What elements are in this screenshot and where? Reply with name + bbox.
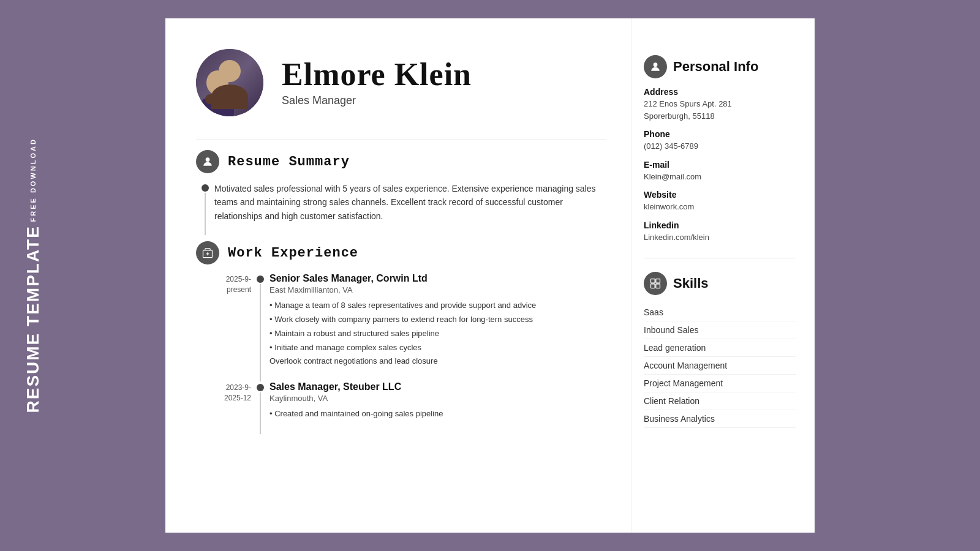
svg-point-3 — [206, 157, 210, 162]
avatar-svg — [196, 67, 239, 116]
side-label: FREE DOWNLOAD RESUME TEMPLATE — [24, 138, 42, 413]
job-1-dot — [257, 276, 264, 283]
job-1-dot-col — [251, 273, 270, 381]
website-value: kleinwork.com — [644, 201, 796, 213]
skill-project-management: Project Management — [644, 375, 796, 392]
phone-label: Phone — [644, 129, 796, 139]
person-title: Sales Manager — [282, 94, 472, 107]
summary-title: Resume Summary — [228, 154, 350, 170]
svg-point-0 — [206, 70, 228, 95]
job-2-location: Kaylinmouth, VA — [270, 394, 606, 403]
job-1-bullet-5: Overlook contract negotiations and lead … — [270, 355, 606, 368]
person-icon — [202, 156, 214, 168]
skill-account-management: Account Management — [644, 357, 796, 375]
skill-client-relation: Client Relation — [644, 392, 796, 410]
svg-rect-10 — [651, 284, 655, 288]
svg-rect-2 — [205, 94, 230, 104]
summary-dot — [202, 184, 209, 192]
work-section-header: Work Experience — [196, 241, 606, 264]
resume-template-label: RESUME TEMPLATE — [24, 226, 42, 413]
avatar — [196, 49, 263, 116]
job-2-date-end: 2025-12 — [224, 394, 251, 402]
svg-point-7 — [654, 62, 658, 67]
address-field: Address 212 Enos Spurs Apt. 281Sporerbur… — [644, 87, 796, 122]
job-1-date-end: present — [227, 285, 251, 294]
work-title: Work Experience — [228, 246, 358, 261]
skill-saas: Saas — [644, 304, 796, 321]
svg-rect-9 — [656, 279, 660, 283]
job-2-dot-col — [251, 381, 270, 434]
email-field: E-mail Klein@mail.com — [644, 160, 796, 183]
job-2-bullet-1: • Created and maintained on-going sales … — [270, 408, 606, 421]
background: FREE DOWNLOAD RESUME TEMPLATE — [0, 0, 980, 551]
job-2-line — [260, 392, 261, 434]
skills-icon — [644, 272, 667, 295]
header-section: Elmore Klein Sales Manager — [196, 49, 606, 116]
job-1-location: East Maximillianton, VA — [270, 285, 606, 294]
job-1-bullet-1: • Manage a team of 8 sales representativ… — [270, 299, 606, 312]
summary-dot-col — [196, 182, 214, 235]
job-1: 2025-9- present Senior Sales Manager, Co… — [196, 273, 606, 381]
job-2-date-start: 2023-9- — [226, 383, 251, 392]
work-icon — [196, 241, 219, 264]
summary-text: Motivated sales professional with 5 year… — [214, 182, 606, 223]
job-2: 2023-9- 2025-12 Sales Manager, Steuber L… — [196, 381, 606, 434]
address-value: 212 Enos Spurs Apt. 281Sporerburgh, 5511… — [644, 98, 796, 122]
job-1-details: Senior Sales Manager, Corwin Ltd East Ma… — [270, 273, 606, 381]
summary-icon — [196, 150, 219, 173]
summary-entry-col: Motivated sales professional with 5 year… — [214, 182, 606, 235]
linkedin-label: Linkedin — [644, 220, 796, 230]
svg-rect-11 — [656, 284, 660, 288]
linkedin-field: Linkedin Linkedin.com/klein — [644, 220, 796, 244]
skills-header: Skills — [644, 272, 796, 295]
divider-1 — [196, 140, 606, 140]
header-text: Elmore Klein Sales Manager — [282, 59, 472, 107]
email-value: Klein@mail.com — [644, 171, 796, 183]
job-1-bullet-4: • Initiate and manage complex sales cycl… — [270, 342, 606, 354]
website-label: Website — [644, 190, 796, 200]
summary-section-header: Resume Summary — [196, 150, 606, 173]
summary-wrapper: Motivated sales professional with 5 year… — [196, 182, 606, 235]
grid-icon — [649, 277, 662, 290]
right-sidebar: Personal Info Address 212 Enos Spurs Apt… — [631, 18, 815, 533]
skill-lead-generation: Lead generation — [644, 339, 796, 357]
building-icon — [202, 247, 214, 259]
job-1-bullet-3: • Maintain a robust and structured sales… — [270, 328, 606, 340]
main-content: Elmore Klein Sales Manager Resume Summar… — [165, 18, 631, 533]
email-label: E-mail — [644, 160, 796, 170]
person-sidebar-icon — [649, 61, 662, 73]
summary-line — [205, 193, 206, 235]
address-label: Address — [644, 87, 796, 97]
avatar-placeholder — [196, 49, 263, 116]
svg-rect-8 — [651, 279, 655, 283]
phone-field: Phone (012) 345-6789 — [644, 129, 796, 152]
phone-value: (012) 345-6789 — [644, 140, 796, 152]
job-1-bullet-2: • Work closely with company parners to e… — [270, 313, 606, 326]
personal-info-icon — [644, 55, 667, 78]
resume-card: Elmore Klein Sales Manager Resume Summar… — [165, 18, 815, 533]
job-2-dot — [257, 384, 264, 391]
job-2-title: Sales Manager, Steuber LLC — [270, 381, 606, 392]
job-2-details: Sales Manager, Steuber LLC Kaylinmouth, … — [270, 381, 606, 434]
job-1-line — [260, 284, 261, 381]
personal-info-title: Personal Info — [673, 59, 758, 75]
skills-title: Skills — [673, 276, 708, 291]
person-name: Elmore Klein — [282, 59, 472, 91]
skill-business-analytics: Business Analytics — [644, 410, 796, 428]
free-download-label: FREE DOWNLOAD — [29, 138, 37, 222]
job-1-date: 2025-9- present — [196, 273, 251, 381]
website-field: Website kleinwork.com — [644, 190, 796, 213]
sidebar-divider — [644, 258, 796, 258]
job-1-date-start: 2025-9- — [226, 275, 251, 283]
personal-info-header: Personal Info — [644, 55, 796, 78]
job-1-title: Senior Sales Manager, Corwin Ltd — [270, 273, 606, 284]
job-2-date: 2023-9- 2025-12 — [196, 381, 251, 434]
linkedin-value: Linkedin.com/klein — [644, 231, 796, 244]
skill-inbound-sales: Inbound Sales — [644, 321, 796, 339]
